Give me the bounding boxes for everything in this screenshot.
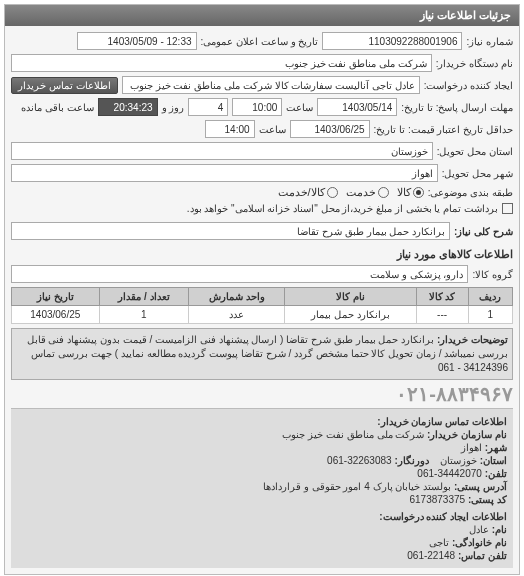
goods-table: ردیف کد کالا نام کالا واحد شمارش تعداد /… bbox=[11, 287, 513, 324]
contact-fax-label: دورنگار: bbox=[394, 455, 428, 466]
contact-org: شرکت ملی مناطق نفت خیز جنوب bbox=[282, 429, 424, 440]
creator-phone: 22148-061 bbox=[407, 550, 455, 561]
desc-field: برانکارد حمل بیمار طبق شرح تقاضا bbox=[11, 222, 450, 240]
treasury-note: برداشت تمام یا بخشی از مبلغ خرید،از محل … bbox=[187, 203, 498, 214]
creator-family-label: نام خانوادگی: bbox=[452, 537, 507, 548]
contact-province-label: استان: bbox=[480, 455, 507, 466]
org-label: نام دستگاه خریدار: bbox=[436, 58, 513, 69]
deadline-label: مهلت ارسال پاسخ: تا تاریخ: bbox=[401, 102, 513, 113]
contact-fax: 32263083-061 bbox=[327, 455, 392, 466]
radio-goods-label: کالا bbox=[397, 186, 411, 199]
table-row: 1 --- برانکارد حمل بیمار عدد 1 1403/06/2… bbox=[12, 306, 513, 324]
contact-phone-label: تلفن: bbox=[485, 468, 507, 479]
radio-service-label: خدمت bbox=[346, 186, 376, 199]
request-no-label: شماره نیاز: bbox=[466, 36, 513, 47]
goods-section-title: اطلاعات کالاهای مورد نیاز bbox=[11, 244, 513, 265]
td-name: برانکارد حمل بیمار bbox=[285, 306, 416, 324]
validity-time-label: ساعت bbox=[259, 124, 286, 135]
contact-address: بولستد خیابان پارک 4 امور حقوقی و قراردا… bbox=[263, 481, 451, 492]
contact-postal: 6173873375 bbox=[409, 494, 465, 505]
radio-both-icon bbox=[327, 187, 338, 198]
panel-body: شماره نیاز: 1103092288001906 تاریخ و ساع… bbox=[5, 26, 519, 574]
province-label: استان محل تحویل: bbox=[437, 146, 513, 157]
deadline-date-field: 1403/05/14 bbox=[317, 98, 397, 116]
contact-address-label: آدرس پستی: bbox=[454, 481, 507, 492]
creator-label: ایجاد کننده درخواست: bbox=[424, 80, 513, 91]
deadline-time-label: ساعت bbox=[286, 102, 313, 113]
radio-both-label: کالا/خدمت bbox=[278, 186, 325, 199]
td-code: --- bbox=[416, 306, 468, 324]
city-field: اهواز bbox=[11, 164, 438, 182]
creator-field: عادل تاجی آنالیست سفارشات کالا شرکت ملی … bbox=[122, 76, 420, 94]
buyer-note-box: توضیحات خریدار: برانکارد حمل بیمار طبق ش… bbox=[11, 328, 513, 380]
creator-contact-title: اطلاعات ایجاد کننده درخواست: bbox=[379, 511, 507, 522]
creator-phone-label: تلفن تماس: bbox=[458, 550, 507, 561]
th-code: کد کالا bbox=[416, 288, 468, 306]
desc-label: شرح کلی نیاز: bbox=[454, 226, 513, 237]
announce-label: تاریخ و ساعت اعلان عمومی: bbox=[201, 36, 319, 47]
province-field: خوزستان bbox=[11, 142, 433, 160]
radio-service-icon bbox=[378, 187, 389, 198]
days-field: 4 bbox=[188, 98, 228, 116]
big-phone: ۰۲۱-۸۸۳۴۹۶۷ bbox=[11, 380, 513, 408]
td-row: 1 bbox=[468, 306, 512, 324]
contact-title: اطلاعات تماس سازمان خریدار: bbox=[377, 416, 507, 427]
request-no-field: 1103092288001906 bbox=[322, 32, 462, 50]
contact-phone: 34442070-061 bbox=[417, 468, 482, 479]
panel-title: جزئیات اطلاعات نیاز bbox=[5, 5, 519, 26]
creator-family: تاجی bbox=[429, 537, 449, 548]
contact-button[interactable]: اطلاعات تماس خریدار bbox=[11, 77, 118, 94]
th-date: تاریخ نیاز bbox=[12, 288, 100, 306]
creator-name: عادل bbox=[469, 524, 489, 535]
contact-city: اهواز bbox=[461, 442, 482, 453]
city-label: شهر محل تحویل: bbox=[442, 168, 513, 179]
remain-label: ساعت باقی مانده bbox=[21, 102, 94, 113]
buyer-note-label: توضیحات خریدار: bbox=[437, 334, 508, 345]
td-qty: 1 bbox=[99, 306, 189, 324]
table-header-row: ردیف کد کالا نام کالا واحد شمارش تعداد /… bbox=[12, 288, 513, 306]
radio-goods[interactable]: کالا bbox=[397, 186, 424, 199]
category-label: طبقه بندی موضوعی: bbox=[428, 187, 513, 198]
deadline-time-field: 10:00 bbox=[232, 98, 282, 116]
category-radio-group: کالا خدمت کالا/خدمت bbox=[278, 186, 424, 199]
buyer-note-text: برانکارد حمل بیمار طبق شرح تقاضا ( ارسال… bbox=[27, 334, 508, 373]
group-label: گروه کالا: bbox=[472, 269, 513, 280]
td-unit: عدد bbox=[189, 306, 285, 324]
contact-city-label: شهر: bbox=[485, 442, 507, 453]
radio-goods-icon bbox=[413, 187, 424, 198]
validity-time-field: 14:00 bbox=[205, 120, 255, 138]
announce-field: 12:33 - 1403/05/09 bbox=[77, 32, 197, 50]
radio-service[interactable]: خدمت bbox=[346, 186, 389, 199]
radio-both[interactable]: کالا/خدمت bbox=[278, 186, 338, 199]
remain-field: 20:34:23 bbox=[98, 98, 158, 116]
contact-org-label: نام سازمان خریدار: bbox=[427, 429, 507, 440]
contact-postal-label: کد پستی: bbox=[468, 494, 507, 505]
validity-date-field: 1403/06/25 bbox=[290, 120, 370, 138]
creator-name-label: نام: bbox=[492, 524, 507, 535]
days-label: روز و bbox=[162, 102, 185, 113]
org-field: شرکت ملی مناطق نفت خیز جنوب bbox=[11, 54, 432, 72]
th-row: ردیف bbox=[468, 288, 512, 306]
treasury-checkbox[interactable] bbox=[502, 203, 513, 214]
th-unit: واحد شمارش bbox=[189, 288, 285, 306]
contact-province: خوزستان bbox=[440, 455, 477, 466]
main-panel: جزئیات اطلاعات نیاز شماره نیاز: 11030922… bbox=[4, 4, 520, 575]
group-field: دارو، پزشکی و سلامت bbox=[11, 265, 468, 283]
validity-label: حداقل تاریخ اعتبار قیمت: تا تاریخ: bbox=[374, 124, 513, 135]
th-qty: تعداد / مقدار bbox=[99, 288, 189, 306]
th-name: نام کالا bbox=[285, 288, 416, 306]
td-date: 1403/06/25 bbox=[12, 306, 100, 324]
contact-section: اطلاعات تماس سازمان خریدار: نام سازمان خ… bbox=[11, 408, 513, 568]
